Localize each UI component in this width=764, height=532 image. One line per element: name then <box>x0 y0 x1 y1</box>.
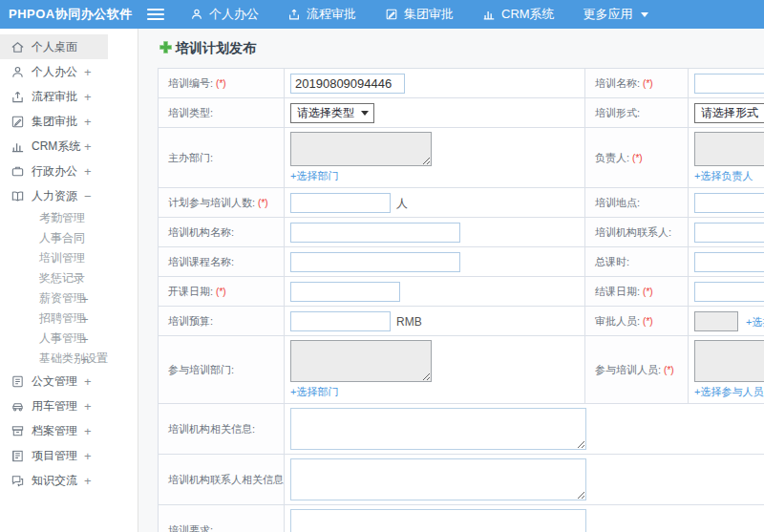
briefcase-icon <box>11 164 25 179</box>
sidebar-item-group-approval[interactable]: 集团审批 + <box>0 109 138 134</box>
budget-input[interactable] <box>290 311 391 331</box>
expand-icon[interactable]: + <box>84 90 92 104</box>
menu-toggle-icon[interactable] <box>147 9 164 20</box>
app-logo: PHPOA协同办公软件 <box>0 6 143 23</box>
field-label: 参与培训人员: <box>595 364 661 375</box>
leader-textarea[interactable] <box>694 132 764 166</box>
end-date-input[interactable] <box>694 282 764 302</box>
course-name-input[interactable] <box>290 252 460 272</box>
sidebar-item-knowledge[interactable]: 知识交流 + <box>0 468 138 493</box>
sidebar-subitem-rewards[interactable]: 奖惩记录 <box>0 268 138 288</box>
table-row: 培训机构相关信息: <box>159 404 764 455</box>
approver-input[interactable] <box>694 311 738 331</box>
field-label: 负责人: <box>595 152 629 163</box>
sidebar-item-crm[interactable]: CRM系统 + <box>0 134 138 159</box>
nav-more-apps[interactable]: 更多应用 <box>569 0 663 29</box>
table-row: 主办部门: +选择部门 负责人:(*) +选择负责人 <box>159 128 764 188</box>
nav-crm[interactable]: CRM系统 <box>468 0 569 29</box>
org-contact-info-textarea[interactable] <box>290 458 586 500</box>
main-content: 培训计划发布 培训编号:(*) 培训名称:(*) 培训类型: 请选择类型 培训形… <box>138 29 764 532</box>
home-icon <box>11 40 25 54</box>
expand-icon[interactable]: + <box>84 115 92 129</box>
field-label: 审批人员: <box>595 315 640 327</box>
sidebar-item-flow-approval[interactable]: 流程审批 + <box>0 84 138 109</box>
add-plus-icon <box>159 41 172 56</box>
requirements-textarea[interactable] <box>290 509 586 532</box>
field-label: 结课日期: <box>595 286 640 297</box>
sidebar-item-hr[interactable]: 人力资源 − <box>0 183 138 208</box>
required-mark: (*) <box>664 365 674 375</box>
sidebar-item-projects[interactable]: 项目管理 + <box>0 443 138 468</box>
total-hours-input[interactable] <box>694 252 764 272</box>
table-row: 参与培训部门: +选择部门 参与培训人员:(*) +选择参与人员 <box>159 336 764 404</box>
sidebar-subitem-base-category[interactable]: 基础类别设置+ <box>0 349 138 369</box>
sidebar-subitem-personnel[interactable]: 人事管理+ <box>0 329 138 349</box>
expand-icon[interactable]: + <box>84 164 92 179</box>
host-dept-textarea[interactable] <box>290 132 432 166</box>
required-mark: (*) <box>216 78 226 89</box>
sidebar-item-desktop[interactable]: 个人桌面 <box>0 34 108 59</box>
org-name-input[interactable] <box>290 223 460 243</box>
required-mark: (*) <box>258 198 268 208</box>
expand-icon[interactable]: + <box>81 331 89 346</box>
top-bar: PHPOA协同办公软件 个人办公 流程审批 集团审批 CRM系统 更多应用 <box>0 0 764 29</box>
select-dept-link[interactable]: +选择部门 <box>290 169 338 183</box>
sidebar-subitem-recruit[interactable]: 招聘管理+ <box>0 309 138 329</box>
sidebar-item-vehicle[interactable]: 用车管理 + <box>0 394 138 418</box>
sidebar-item-admin-office[interactable]: 行政办公 + <box>0 159 138 183</box>
expand-icon[interactable]: + <box>84 449 92 463</box>
field-label: 总课时: <box>595 256 629 267</box>
sidebar-subitem-hr-contract[interactable]: 人事合同 <box>0 228 138 248</box>
nav-flow-approval[interactable]: 流程审批 <box>273 0 371 29</box>
field-label: 参与培训部门: <box>168 364 234 375</box>
start-date-input[interactable] <box>290 282 400 302</box>
expand-icon[interactable]: + <box>81 351 89 366</box>
training-name-input[interactable] <box>694 74 764 94</box>
training-type-select[interactable]: 请选择类型 <box>290 103 374 123</box>
nav-group-approval[interactable]: 集团审批 <box>371 0 468 29</box>
field-label: 培训类型: <box>168 107 213 118</box>
sidebar-subitem-training[interactable]: 培训管理 <box>0 248 138 268</box>
required-mark: (*) <box>216 287 226 297</box>
expand-icon[interactable]: + <box>84 424 92 438</box>
field-label: 培训要求: <box>168 524 213 532</box>
expand-icon[interactable]: + <box>84 139 92 154</box>
expand-icon[interactable]: + <box>81 311 89 326</box>
training-no-input[interactable] <box>290 74 405 94</box>
select-leader-link[interactable]: +选择负责人 <box>694 169 753 183</box>
required-mark: (*) <box>632 153 643 163</box>
form-table-wrap: 培训编号:(*) 培训名称:(*) 培训类型: 请选择类型 培训形式: 请选择形… <box>158 68 764 532</box>
sidebar-item-archives[interactable]: 档案管理 + <box>0 418 138 443</box>
org-contact-input[interactable] <box>694 223 764 243</box>
participants-textarea[interactable] <box>694 340 764 382</box>
planned-participants-input[interactable] <box>290 193 391 213</box>
expand-icon[interactable]: + <box>84 474 92 488</box>
nav-personal-office[interactable]: 个人办公 <box>176 0 273 29</box>
select-participants-link[interactable]: +选择参与人员 <box>694 385 763 399</box>
field-label: 培训形式: <box>595 107 640 118</box>
training-form-select[interactable]: 请选择形式 <box>694 103 764 123</box>
expand-icon[interactable]: + <box>81 291 89 306</box>
sidebar-item-documents[interactable]: 公文管理 + <box>0 369 138 394</box>
org-info-textarea[interactable] <box>290 408 586 450</box>
sidebar-subitem-attendance[interactable]: 考勤管理 <box>0 208 138 228</box>
currency-suffix: RMB <box>396 315 422 329</box>
chart-icon <box>11 139 25 154</box>
field-label: 主办部门: <box>168 152 213 163</box>
user-icon <box>190 8 203 21</box>
select-dept-link[interactable]: +选择部门 <box>290 385 338 399</box>
select-approver-link[interactable]: +选择审批人员 <box>746 316 764 328</box>
sidebar-item-personal-office[interactable]: 个人办公 + <box>0 59 138 84</box>
expand-icon[interactable]: + <box>84 374 92 389</box>
expand-icon[interactable]: + <box>84 65 92 79</box>
expand-icon[interactable]: + <box>84 399 92 414</box>
chat-icon <box>11 474 25 488</box>
sidebar-subitem-salary[interactable]: 薪资管理+ <box>0 288 138 309</box>
project-icon <box>11 449 25 463</box>
participating-dept-textarea[interactable] <box>290 340 432 382</box>
table-row: 培训要求: <box>159 505 764 532</box>
collapse-icon[interactable]: − <box>84 189 92 203</box>
location-input[interactable] <box>694 193 764 213</box>
sidebar: 个人桌面 个人办公 + 流程审批 + 集团审批 + CRM系统 + 行政办公 + <box>0 29 138 532</box>
page-title: 培训计划发布 <box>159 40 764 57</box>
